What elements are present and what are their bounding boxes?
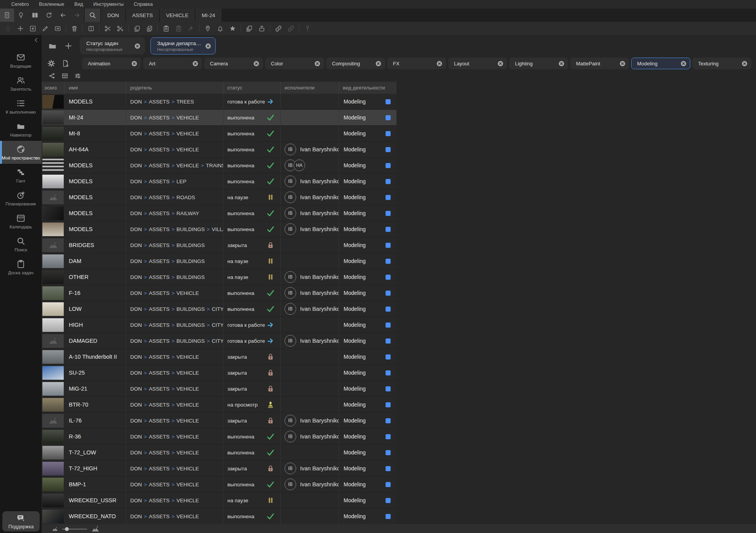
breadcrumb-item[interactable]: DON (101, 9, 125, 22)
task-thumbnail-placeholder[interactable] (42, 414, 64, 428)
task-row[interactable]: T-72_HIGH DON>ASSETS>VEHICLE закрыта IBI… (42, 461, 396, 477)
task-thumbnail[interactable] (42, 366, 64, 380)
present-button[interactable] (256, 23, 267, 34)
parent-path-segment[interactable]: CITY (212, 322, 223, 328)
parent-path-segment[interactable]: ASSETS (149, 179, 169, 184)
parent-path-segment[interactable]: VEHICLE (176, 147, 199, 153)
task-row[interactable]: BRIDGES DON>ASSETS>BUILDINGS закрыта Mod… (42, 237, 396, 253)
task-thumbnail[interactable] (42, 175, 64, 188)
assignee-avatar[interactable]: IB (285, 479, 296, 490)
parent-path-segment[interactable]: ROADS (176, 195, 195, 200)
parent-path-segment[interactable]: VEHICLE (176, 386, 199, 392)
parent-path-segment[interactable]: ASSETS (149, 210, 169, 216)
column-header[interactable]: имя (65, 82, 126, 94)
link-button[interactable] (272, 23, 284, 34)
notifications-button[interactable] (214, 23, 226, 34)
parent-path-segment[interactable]: CITY (212, 306, 223, 312)
assignee-avatar[interactable]: IB (285, 191, 296, 203)
slider-knob[interactable] (65, 527, 69, 531)
task-row[interactable]: MI-24 DON>ASSETS>VEHICLE выполнена Model… (42, 110, 396, 126)
parent-path-segment[interactable]: DON (130, 131, 142, 137)
add-subtask-button[interactable] (27, 23, 38, 34)
task-thumbnail[interactable] (42, 510, 64, 523)
parent-path-segment[interactable]: DON (130, 418, 142, 424)
saved-filter-tab[interactable]: Задачи департаме… Несортированные (150, 37, 216, 54)
task-thumbnail[interactable] (42, 494, 64, 507)
parent-path-segment[interactable]: BUILDINGS (176, 322, 205, 328)
copy-button[interactable] (131, 23, 143, 34)
assignee-avatar[interactable]: IB (285, 287, 296, 299)
assignee-avatar[interactable]: HA (293, 160, 305, 171)
close-icon[interactable] (375, 60, 382, 67)
task-thumbnail[interactable] (42, 270, 64, 284)
parent-path-segment[interactable]: ASSETS (149, 418, 169, 424)
unlink-button[interactable] (285, 23, 297, 34)
close-icon[interactable] (131, 60, 138, 67)
task-row[interactable]: HIGH DON>ASSETS>BUILDINGS>CITY готова к … (42, 317, 396, 333)
sidebar-item[interactable]: Доска задач (0, 256, 42, 279)
sidebar-item[interactable]: Моё пространство (0, 141, 42, 164)
task-thumbnail[interactable] (42, 111, 64, 124)
parent-path-segment[interactable]: ASSETS (149, 450, 169, 456)
task-thumbnail-placeholder[interactable] (42, 334, 64, 348)
parent-path-segment[interactable]: ASSETS (149, 290, 169, 296)
activity-chip[interactable]: Layout (448, 58, 507, 69)
assignee-avatar[interactable]: IB (285, 335, 296, 347)
sidebar-item[interactable]: Гант (0, 164, 42, 187)
parent-path-segment[interactable]: ASSETS (149, 354, 169, 360)
activity-chip[interactable]: Color (265, 58, 324, 69)
task-row[interactable]: MODELS DON>ASSETS>TREES готова к работе … (42, 94, 396, 110)
parent-path-segment[interactable]: DON (130, 434, 142, 440)
parent-path-segment[interactable]: DON (130, 115, 142, 121)
activity-chip[interactable]: Compositing (326, 58, 385, 69)
parent-path-segment[interactable]: DON (130, 163, 142, 168)
task-row[interactable]: MiG-21 DON>ASSETS>VEHICLE закрыта Modeli… (42, 381, 396, 397)
task-thumbnail[interactable] (42, 446, 64, 459)
parent-path-segment[interactable]: DON (130, 99, 142, 105)
panel-toggle-button[interactable] (0, 9, 14, 22)
paste-special-button[interactable] (173, 23, 184, 34)
column-header[interactable]: статус (223, 82, 281, 94)
parent-path-segment[interactable]: DON (130, 338, 142, 344)
close-icon[interactable] (192, 60, 199, 67)
assignee-avatar[interactable]: IB (285, 303, 296, 315)
parent-path-segment[interactable]: DON (130, 354, 142, 360)
add-task-button[interactable] (14, 23, 26, 34)
parent-path-segment[interactable]: DON (130, 258, 142, 264)
task-row[interactable]: BMP-1 DON>ASSETS>VEHICLE выполнена IBIva… (42, 477, 396, 493)
parent-path-segment[interactable]: VEHICLE (176, 402, 199, 408)
activity-chip[interactable]: Modeling (631, 58, 690, 69)
assignee-avatar[interactable]: IB (285, 144, 296, 155)
thumbnail-size-slider[interactable] (62, 529, 87, 529)
task-thumbnail[interactable] (42, 478, 64, 491)
parent-path-segment[interactable]: ASSETS (149, 498, 169, 503)
close-icon[interactable] (741, 60, 748, 67)
zoom-in-icon[interactable] (91, 524, 100, 533)
assignee-avatar[interactable]: IB (285, 223, 296, 235)
parent-path-segment[interactable]: DON (130, 482, 142, 487)
close-icon[interactable] (680, 60, 687, 67)
parent-path-segment[interactable]: ASSETS (149, 306, 169, 312)
column-header[interactable]: исполнители (281, 82, 339, 94)
parent-path-segment[interactable]: ASSETS (149, 115, 169, 121)
activity-chip[interactable]: Art (143, 58, 202, 69)
task-thumbnail[interactable] (42, 143, 64, 156)
parent-path-segment[interactable]: ASSETS (149, 434, 169, 440)
column-header[interactable]: вид деятельности (339, 82, 396, 94)
parent-path-segment[interactable]: ASSETS (149, 258, 169, 264)
assignee-avatar[interactable]: IB (285, 463, 296, 474)
parent-path-segment[interactable]: DON (130, 242, 142, 248)
parent-path-segment[interactable]: VEHICLE (176, 514, 199, 519)
close-icon[interactable] (253, 60, 260, 67)
activity-chip[interactable]: Camera (204, 58, 263, 69)
parent-path-segment[interactable]: RAILWAY (176, 210, 199, 216)
saved-filter-tab[interactable]: Статус задач Несортированные (80, 37, 145, 54)
parent-path-segment[interactable]: DON (130, 498, 142, 503)
activity-chip[interactable]: MattePaint (570, 58, 629, 69)
parent-path-segment[interactable]: BUILDINGS (176, 274, 205, 280)
parent-path-segment[interactable]: VEHICLE (176, 466, 199, 472)
parent-path-segment[interactable]: DON (130, 466, 142, 472)
sidebar-item[interactable]: Занятость (0, 72, 42, 95)
parent-path-segment[interactable]: ASSETS (149, 147, 169, 153)
task-thumbnail[interactable] (42, 398, 64, 412)
